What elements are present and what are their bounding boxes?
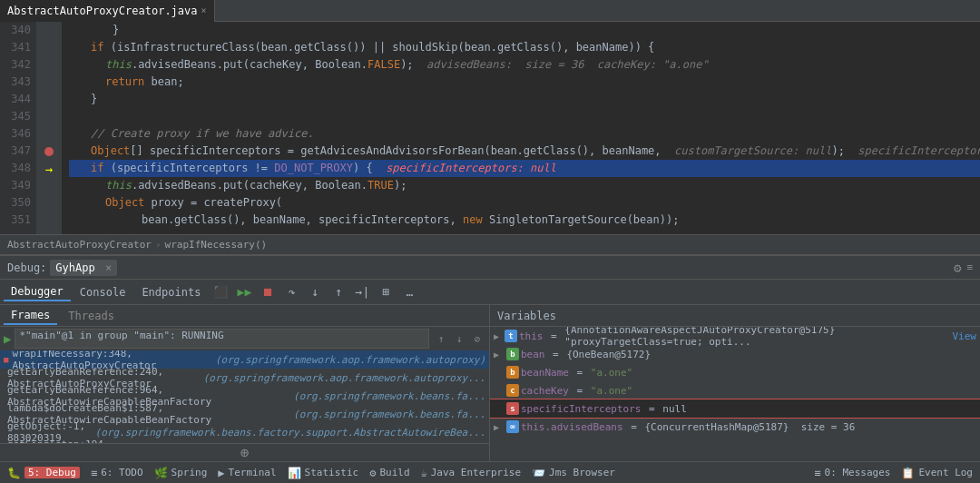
var-advised-beans[interactable]: ▶ ∞ this.advisedBeans = {ConcurrentHashM… bbox=[490, 418, 980, 436]
code-lines: } if (isInfrastructureClass(bean.getClas… bbox=[62, 22, 980, 234]
tab-console[interactable]: Console bbox=[73, 284, 133, 301]
status-java-enterprise[interactable]: ☕ Java Enterprise bbox=[421, 467, 522, 479]
variables-list: ▶ t this = {AnnotationAwareAspectJAutoPr… bbox=[490, 327, 980, 461]
thread-up[interactable]: ↑ bbox=[433, 330, 449, 347]
status-todo-label: 6: TODO bbox=[101, 467, 142, 478]
status-debug[interactable]: 🐛 5: Debug bbox=[7, 467, 80, 479]
status-debug-label: 5: Debug bbox=[24, 467, 80, 478]
toolbar-resume[interactable]: ▶▶ bbox=[233, 281, 255, 303]
var-icon-beanname: b bbox=[506, 366, 519, 379]
tab-close-button[interactable]: × bbox=[201, 5, 207, 15]
status-messages-label: 0: Messages bbox=[825, 467, 891, 478]
thread-controls: ↑ ↓ ⊘ bbox=[433, 330, 485, 347]
more-options-icon[interactable]: ≡ bbox=[966, 261, 973, 273]
toolbar-step-into[interactable]: ↓ bbox=[304, 281, 326, 303]
variables-header: Variables bbox=[490, 305, 980, 327]
toolbar-step-over[interactable]: ↷ bbox=[280, 281, 302, 303]
frames-scroll-indicator: ⊕ bbox=[0, 443, 489, 461]
var-expand-this[interactable]: ▶ bbox=[494, 331, 503, 341]
thread-label: *"main"@1 in group "main": RUNNING bbox=[19, 330, 223, 341]
code-line-351: bean.getClass(), beanName, specificInter… bbox=[69, 212, 980, 229]
toolbar-evaluate[interactable]: ⊞ bbox=[375, 281, 397, 303]
frames-panel: Frames Threads ▶ *"main"@1 in group "mai… bbox=[0, 305, 490, 461]
var-this[interactable]: ▶ t this = {AnnotationAwareAspectJAutoPr… bbox=[490, 327, 980, 345]
debug-controls-right: ⚙ ≡ bbox=[954, 261, 973, 275]
status-build[interactable]: ⚙ Build bbox=[369, 467, 409, 479]
debug-app-tab[interactable]: GyhApp × bbox=[50, 260, 117, 276]
debug-panel: Debug: GyhApp × ⚙ ≡ Debugger Console End… bbox=[0, 254, 980, 461]
status-event-log[interactable]: 📋 Event Log bbox=[901, 467, 973, 479]
code-area: 340 341 342 343 344 345 346 347 348 349 … bbox=[0, 22, 980, 234]
code-line-347: Object[] specificInterceptors = getAdvic… bbox=[69, 143, 980, 160]
status-terminal[interactable]: ▶ Terminal bbox=[218, 467, 276, 479]
stack-frames: ■ wrapIfNecessary:348, AbstractAutoProxy… bbox=[0, 350, 489, 443]
code-line-346: // Create proxy if we have advice. bbox=[69, 125, 980, 143]
tab-endpoints[interactable]: Endpoints bbox=[134, 284, 208, 301]
code-line-349: this.advisedBeans.put(cacheKey, Boolean.… bbox=[69, 177, 980, 194]
code-line-345 bbox=[69, 108, 980, 125]
var-expand-ab[interactable]: ▶ bbox=[494, 422, 505, 432]
status-build-label: Build bbox=[379, 467, 409, 478]
frame-icon-0: ■ bbox=[4, 355, 8, 364]
var-bean[interactable]: ▶ b bean = {OneBean@5172} bbox=[490, 345, 980, 363]
code-line-341: if (isInfrastructureClass(bean.getClass(… bbox=[69, 39, 980, 56]
var-icon-bean: b bbox=[506, 348, 519, 360]
var-icon-si: s bbox=[506, 402, 519, 415]
tab-frames[interactable]: Frames bbox=[4, 307, 57, 325]
code-line-342: this.advisedBeans.put(cacheKey, Boolean.… bbox=[69, 56, 980, 74]
status-messages[interactable]: ≡ 0: Messages bbox=[814, 467, 890, 479]
tab-threads[interactable]: Threads bbox=[61, 308, 122, 324]
gutter: → bbox=[36, 22, 62, 234]
var-specific-interceptors[interactable]: s specificInterceptors = null bbox=[490, 399, 980, 418]
toolbar-stop[interactable]: ⏹ bbox=[257, 281, 279, 303]
code-line-340: } bbox=[69, 22, 980, 39]
status-java-label: Java Enterprise bbox=[431, 467, 521, 478]
toolbar-icon-1[interactable]: ⬛ bbox=[210, 281, 231, 303]
status-jms[interactable]: 📨 Jms Browser bbox=[532, 467, 615, 479]
file-tab[interactable]: AbstractAutoProxyCreator.java × bbox=[0, 0, 215, 22]
status-spring-label: Spring bbox=[172, 467, 208, 478]
status-terminal-label: Terminal bbox=[229, 467, 277, 478]
breakpoint-icon[interactable] bbox=[44, 147, 54, 156]
toolbar-step-out[interactable]: ↑ bbox=[328, 281, 349, 303]
status-jms-label: Jms Browser bbox=[549, 467, 615, 478]
code-line-350: Object proxy = createProxy( bbox=[69, 194, 980, 212]
debug-body: Frames Threads ▶ *"main"@1 in group "mai… bbox=[0, 305, 980, 461]
var-expand-bean[interactable]: ▶ bbox=[494, 350, 505, 360]
settings-icon[interactable]: ⚙ bbox=[954, 261, 961, 275]
file-tab-label: AbstractAutoProxyCreator.java bbox=[7, 5, 198, 17]
var-expand-beanname bbox=[494, 368, 505, 378]
status-event-log-label: Event Log bbox=[918, 467, 973, 478]
var-beanname[interactable]: b beanName = "a.one" bbox=[490, 363, 980, 381]
code-line-344: } bbox=[69, 91, 980, 108]
debug-label: Debug: bbox=[7, 261, 46, 274]
debug-app-close[interactable]: × bbox=[105, 261, 112, 274]
breadcrumb-method[interactable]: wrapIfNecessary() bbox=[165, 239, 268, 251]
thread-row: ▶ *"main"@1 in group "main": RUNNING ↑ ↓… bbox=[0, 327, 489, 350]
toolbar-more[interactable]: … bbox=[398, 281, 420, 303]
debug-title: Debug: GyhApp × bbox=[7, 260, 117, 276]
code-editor: 340 341 342 343 344 345 346 347 348 349 … bbox=[0, 22, 980, 254]
status-right: ≡ 0: Messages 📋 Event Log bbox=[814, 467, 973, 479]
frames-tabs: Frames Threads bbox=[0, 305, 489, 327]
code-line-343: return bean; bbox=[69, 74, 980, 91]
var-cachekey[interactable]: c cacheKey = "a.one" bbox=[490, 381, 980, 399]
toolbar-run-cursor[interactable]: →| bbox=[351, 281, 373, 303]
thread-dropdown[interactable]: *"main"@1 in group "main": RUNNING bbox=[15, 329, 429, 349]
variables-panel: Variables ▶ t this = {AnnotationAwareAsp… bbox=[490, 305, 980, 461]
var-expand-cachekey bbox=[494, 386, 505, 396]
var-view-link[interactable]: View bbox=[953, 330, 977, 342]
status-spring[interactable]: 🌿 Spring bbox=[154, 467, 208, 479]
thread-down[interactable]: ↓ bbox=[451, 330, 467, 347]
status-statistic[interactable]: 📊 Statistic bbox=[288, 467, 359, 479]
thread-filter[interactable]: ⊘ bbox=[469, 330, 485, 347]
var-icon-cachekey: c bbox=[506, 384, 519, 397]
play-icon: ▶ bbox=[4, 331, 11, 346]
tab-debugger[interactable]: Debugger bbox=[4, 283, 71, 301]
var-expand-si bbox=[494, 404, 505, 414]
status-statistic-label: Statistic bbox=[305, 467, 359, 478]
tab-bar: AbstractAutoProxyCreator.java × bbox=[0, 0, 980, 22]
breadcrumb-class[interactable]: AbstractAutoProxyCreator bbox=[7, 239, 152, 251]
breadcrumb: AbstractAutoProxyCreator › wrapIfNecessa… bbox=[0, 234, 980, 254]
status-todo[interactable]: ≡ 6: TODO bbox=[91, 467, 143, 479]
